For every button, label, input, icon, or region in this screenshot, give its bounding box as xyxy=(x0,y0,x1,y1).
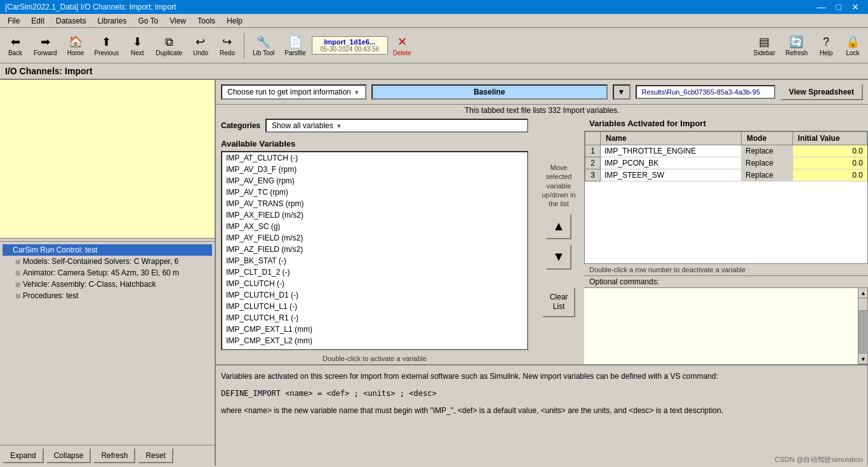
activated-table: Name Mode Initial Value 1 IMP_THROTTLE_E… xyxy=(585,131,867,181)
categories-value: Show all variables xyxy=(272,121,333,130)
sidebar-button[interactable]: ▤ Sidebar xyxy=(749,32,780,58)
var-item[interactable]: IMP_AT_CLUTCH (-) xyxy=(222,152,527,164)
dropdown-arrow-icon: ▼ xyxy=(354,89,360,96)
var-item[interactable]: IMP_AX_SC (g) xyxy=(222,221,527,232)
menu-view[interactable]: View xyxy=(164,15,191,27)
next-button[interactable]: ⬇ Next xyxy=(124,32,150,58)
results-path: Results\Run_6cb07365-85a3-4a3b-95 xyxy=(636,85,775,99)
redo-icon: ↪ xyxy=(220,34,235,49)
row-num[interactable]: 1 xyxy=(585,145,601,157)
menu-datasets[interactable]: Datasets xyxy=(51,15,91,27)
baseline-dropdown-button[interactable]: ▼ xyxy=(613,84,631,100)
menu-edit[interactable]: Edit xyxy=(26,15,50,27)
expand-button[interactable]: Expand xyxy=(3,448,44,463)
controls-row: Choose run to get import information ▼ B… xyxy=(216,80,868,105)
back-icon: ⬅ xyxy=(8,34,23,49)
vars-hint: Double-click to activate a variable xyxy=(216,353,533,364)
parsfile-button[interactable]: 📄 Parsfile xyxy=(280,32,310,58)
choose-run-label: Choose run to get import information xyxy=(227,88,351,96)
redo-button[interactable]: ↪ Redo xyxy=(215,32,240,58)
forward-button[interactable]: ➡ Forward xyxy=(29,32,62,58)
tree-item-label: CarSim Run Control: test xyxy=(13,246,97,254)
var-item[interactable]: IMP_CLUTCH_R1 (-) xyxy=(222,312,527,324)
categories-label: Categories xyxy=(221,121,260,130)
row-name: IMP_STEER_SW xyxy=(601,169,742,181)
var-item[interactable]: IMP_AV_D3_F (rpm) xyxy=(222,164,527,175)
scroll-up-button[interactable]: ▲ xyxy=(858,288,868,298)
delete-button[interactable]: ✕ Delete xyxy=(389,33,415,58)
menu-tools[interactable]: Tools xyxy=(192,15,220,27)
duplicate-button[interactable]: ⧉ Duplicate xyxy=(151,32,187,58)
menu-help[interactable]: Help xyxy=(222,15,248,27)
previous-icon: ⬆ xyxy=(99,34,114,49)
baseline-field[interactable]: Baseline xyxy=(371,84,608,100)
baseline-arrow-icon: ▼ xyxy=(618,88,625,96)
minimize-button[interactable]: — xyxy=(813,0,830,14)
var-item[interactable]: IMP_CMP_EXT_L1 (mm) xyxy=(222,324,527,335)
var-item[interactable]: IMP_CLUTCH_D1 (-) xyxy=(222,289,527,301)
var-item[interactable]: IMP_AV_TRANS (rpm) xyxy=(222,198,527,209)
tree-item-vehicle[interactable]: ⊞ Vehicle: Assembly: C-Class, Hatchback xyxy=(3,279,212,290)
available-vars-section: Available Variables IMP_AT_CLUTCH (-) IM… xyxy=(216,135,533,353)
row-mode: Replace xyxy=(741,145,792,157)
maximize-button[interactable]: □ xyxy=(832,0,845,14)
menu-goto[interactable]: Go To xyxy=(133,15,163,27)
row-value: 0.0 xyxy=(792,157,867,169)
choose-run-dropdown[interactable]: Choose run to get import information ▼ xyxy=(221,84,366,100)
close-button[interactable]: ✕ xyxy=(848,0,863,14)
move-up-button[interactable]: ▲ xyxy=(546,214,571,239)
toolbar-help-button[interactable]: ? Help xyxy=(813,32,839,58)
var-item[interactable]: IMP_CMP_EXT_L2 (mm) xyxy=(222,335,527,346)
view-spreadsheet-button[interactable]: View Spreadsheet xyxy=(780,84,864,100)
reset-button[interactable]: Reset xyxy=(138,448,173,463)
left-footer: Expand Collapse Refresh Reset xyxy=(0,445,215,466)
var-item[interactable]: IMP_AX_FIELD (m/s2) xyxy=(222,209,527,221)
previous-button[interactable]: ⬆ Previous xyxy=(90,32,123,58)
libtool-button[interactable]: 🔧 Lib Tool xyxy=(248,32,279,58)
next-icon: ⬇ xyxy=(130,34,145,49)
categories-section: Categories Show all variables ▼ xyxy=(216,116,533,135)
scrollbar-thumb[interactable] xyxy=(858,298,868,311)
move-down-icon: ▼ xyxy=(552,249,565,264)
clear-list-button[interactable]: ClearList xyxy=(542,287,576,317)
categories-dropdown[interactable]: Show all variables ▼ xyxy=(265,119,528,133)
optional-commands-input[interactable] xyxy=(584,288,858,364)
tree-item-label: Procedures: test xyxy=(23,291,78,300)
table-row: 2 IMP_PCON_BK Replace 0.0 xyxy=(585,157,867,169)
var-item[interactable]: IMP_CLUTCH (-) xyxy=(222,278,527,289)
row-num[interactable]: 3 xyxy=(585,169,601,181)
col-mode: Mode xyxy=(741,132,792,145)
toolbar-refresh-button[interactable]: 🔄 Refresh xyxy=(781,32,812,58)
tree-item-animator[interactable]: ⊞ Animator: Camera Setup: 45 Azm, 30 El,… xyxy=(3,267,212,279)
var-item[interactable]: IMP_AY_FIELD (m/s2) xyxy=(222,232,527,244)
tree-item-procedures[interactable]: ⊞ Procedures: test xyxy=(3,290,212,301)
tree-item-carsim-run[interactable]: ⊞ CarSim Run Control: test xyxy=(3,244,212,256)
var-item[interactable]: IMP_CLUTCH_L1 (-) xyxy=(222,301,527,312)
row-value: 0.0 xyxy=(792,169,867,181)
scroll-down-button[interactable]: ▼ xyxy=(858,354,868,364)
menu-bar: File Edit Datasets Libraries Go To View … xyxy=(0,14,868,28)
move-section: Move selected variable up/down in the li… xyxy=(533,116,584,364)
var-item[interactable]: IMP_BK_STAT (-) xyxy=(222,255,527,266)
menu-libraries[interactable]: Libraries xyxy=(92,15,131,27)
row-name: IMP_THROTTLE_ENGINE xyxy=(601,145,742,157)
home-button[interactable]: 🏠 Home xyxy=(63,32,89,58)
row-name: IMP_PCON_BK xyxy=(601,157,742,169)
vars-list[interactable]: IMP_AT_CLUTCH (-) IMP_AV_D3_F (rpm) IMP_… xyxy=(221,151,528,350)
delete-icon: ✕ xyxy=(394,34,410,49)
refresh-button[interactable]: Refresh xyxy=(93,448,135,463)
move-down-button[interactable]: ▼ xyxy=(546,244,571,270)
lock-icon: 🔒 xyxy=(845,34,860,49)
var-item[interactable]: IMP_AV_ENG (rpm) xyxy=(222,175,527,187)
lock-button[interactable]: 🔒 Lock xyxy=(840,32,865,58)
undo-button[interactable]: ↩ Undo xyxy=(188,32,213,58)
libtool-icon: 🔧 xyxy=(256,34,271,49)
collapse-button[interactable]: Collapse xyxy=(46,448,91,463)
var-item[interactable]: IMP_CLT_D1_2 (-) xyxy=(222,266,527,278)
back-button[interactable]: ⬅ Back xyxy=(3,32,28,58)
row-num[interactable]: 2 xyxy=(585,157,601,169)
menu-file[interactable]: File xyxy=(3,15,25,27)
var-item[interactable]: IMP_AV_TC (rpm) xyxy=(222,187,527,198)
var-item[interactable]: IMP_AZ_FIELD (m/s2) xyxy=(222,244,527,255)
tree-item-models[interactable]: ⊞ Models: Self-Contained Solvers: C Wrap… xyxy=(3,256,212,267)
